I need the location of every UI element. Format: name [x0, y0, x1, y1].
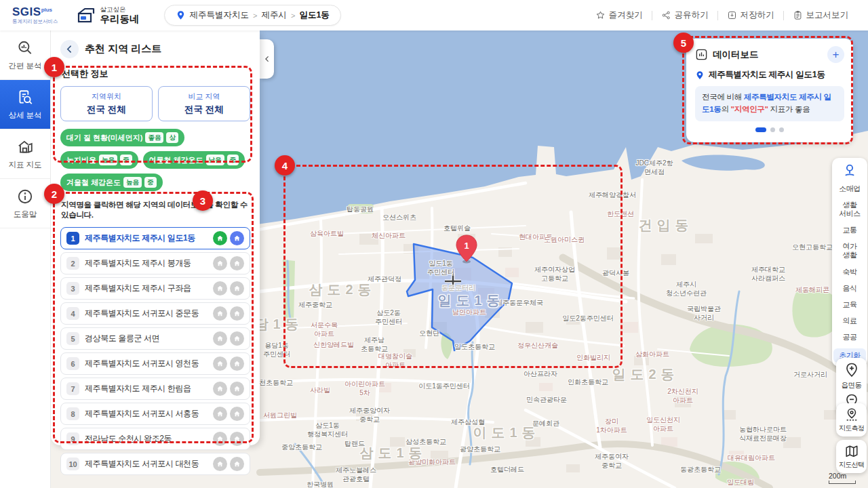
map-select-button[interactable]: 지도선택	[836, 440, 867, 473]
selected-info-heading: 선택한 정보	[62, 68, 250, 80]
poi-category-item[interactable]: 숙박	[839, 264, 861, 280]
panel-collapse-button[interactable]	[260, 39, 274, 79]
nav-help[interactable]: 도움말	[0, 179, 50, 228]
breadcrumb-sigungu[interactable]: 제주시	[261, 9, 287, 21]
share-button[interactable]: 공유하기	[652, 9, 717, 21]
favorite-button[interactable]: 즐겨찾기	[587, 9, 652, 21]
svg-text:1: 1	[464, 241, 469, 251]
region-location-box[interactable]: 지역위치 전국 전체	[60, 86, 153, 121]
region-list-item[interactable]: 4제주특별자치도 서귀포시 중문동	[60, 302, 250, 325]
detail-analysis-icon	[16, 89, 34, 106]
list-hint-text: 지역명을 클릭하면 해당 지역의 데이터보드를 확인할 수 있습니다.	[61, 200, 250, 220]
poi-pin-icon	[842, 163, 857, 178]
region-list-item[interactable]: 5경상북도 울릉군 서면	[60, 327, 250, 350]
left-navigation: 간편 분석 상세 분석 지표 지도 도움말	[0, 30, 51, 488]
report-button[interactable]: 보고서보기	[784, 9, 858, 21]
region-list-item[interactable]: 10제주특별자치도 서귀포시 대천동	[60, 453, 250, 475]
region-list-item[interactable]: 6제주특별자치도 서귀포시 영천동	[60, 352, 250, 375]
compare-home-button[interactable]	[230, 357, 244, 371]
databoard-icon	[695, 48, 708, 61]
condition-badge[interactable]: 대기 질 현황(미세먼지)좋음상	[60, 129, 184, 146]
star-icon	[595, 10, 606, 20]
pagination-dot[interactable]	[770, 127, 775, 132]
location-pin-icon	[695, 70, 705, 80]
poi-category-item[interactable]: 여가 생활	[839, 239, 861, 264]
download-icon	[727, 10, 737, 20]
pagination-dot[interactable]	[755, 127, 766, 132]
admin-level-label: 읍면동	[842, 380, 862, 392]
databoard-add-button[interactable]: +	[827, 46, 844, 63]
poi-category-list: 소매업생활 서비스교통여가 생활숙박음식교육의료공공	[839, 180, 861, 346]
region-home-button[interactable]	[213, 357, 227, 371]
compare-home-button[interactable]	[230, 256, 244, 270]
back-button[interactable]	[60, 40, 79, 58]
region-home-button[interactable]	[213, 281, 227, 296]
region-list: 1제주특별자치도 제주시 일도1동2제주특별자치도 제주시 봉개동3제주특별자치…	[60, 227, 250, 475]
region-list-item[interactable]: 1제주특별자치도 제주시 일도1동	[60, 227, 250, 249]
condition-badges: 대기 질 현황(미세먼지)좋음상녹지비율높음중여름철 체감온도낮음중겨울철 체감…	[60, 129, 250, 191]
condition-badge[interactable]: 녹지비율높음중	[60, 151, 138, 169]
poi-category-item[interactable]: 교통	[839, 222, 861, 239]
region-home-button[interactable]	[213, 407, 227, 421]
breadcrumb[interactable]: 제주특별자치도 > 제주시 > 일도1동	[164, 5, 341, 26]
region-list-item[interactable]: 3제주특별자치도 제주시 구좌읍	[60, 277, 250, 300]
pagination-dot[interactable]	[779, 127, 784, 132]
poi-category-item[interactable]: 음식	[839, 280, 861, 296]
compare-region-box[interactable]: 비교 지역 전국 전체	[158, 86, 250, 121]
region-list-item[interactable]: 2제주특별자치도 제주시 봉개동	[60, 252, 250, 274]
report-icon	[793, 10, 803, 20]
nav-detail-analysis[interactable]: 상세 분석	[0, 80, 50, 129]
region-home-button[interactable]	[213, 306, 227, 321]
house-logo-icon	[76, 7, 96, 24]
compare-home-button[interactable]	[230, 331, 244, 346]
app: 1 탑동공원오션스위츠호텔위슬삼육아트빌체신아파트현대아파트JDC제주2항 면세…	[0, 0, 868, 488]
panel-title: 추천 지역 리스트	[85, 43, 161, 56]
map-measure-button[interactable]: 지도측정	[836, 403, 867, 436]
compare-home-button[interactable]	[230, 457, 244, 471]
compare-home-button[interactable]	[230, 281, 244, 296]
region-home-button[interactable]	[213, 382, 227, 396]
breadcrumb-sido[interactable]: 제주특별자치도	[190, 9, 250, 21]
compare-home-button[interactable]	[230, 432, 244, 446]
share-icon	[661, 10, 671, 20]
service-logo[interactable]: 살고싶은 우리동네	[76, 6, 140, 25]
region-list-item[interactable]: 7제주특별자치도 제주시 한림읍	[60, 378, 250, 400]
nav-indicator-map[interactable]: 지표 지도	[0, 129, 50, 179]
header-actions: 즐겨찾기 공유하기 저장하기 보고서보기	[587, 9, 858, 21]
location-pin-icon	[176, 10, 186, 20]
condition-badge[interactable]: 겨울철 체감온도높음중	[60, 174, 163, 191]
databoard-pagination	[695, 127, 844, 132]
region-list-item[interactable]: 9전라남도 순천시 왕조2동	[60, 428, 250, 450]
sgis-logo[interactable]: SGISplus 통계지리정보서비스	[12, 6, 58, 24]
poi-category-item[interactable]: 생활 서비스	[839, 197, 861, 222]
help-icon	[16, 188, 34, 205]
region-home-button[interactable]	[213, 256, 227, 270]
region-home-button[interactable]	[213, 457, 227, 471]
region-home-button[interactable]	[213, 231, 227, 245]
chevron-left-icon	[264, 56, 271, 62]
chevron-left-icon	[65, 45, 74, 54]
map-scale: 200m	[829, 472, 856, 484]
top-header: SGISplus 통계지리정보서비스 살고싶은 우리동네 제주특별자치도 > 제…	[0, 0, 868, 30]
poi-category-item[interactable]: 교육	[839, 297, 861, 313]
recommend-panel: 추천 지역 리스트 선택한 정보 지역위치 전국 전체 비교 지역 전국 전체 …	[51, 30, 260, 445]
region-list-item[interactable]: 8제주특별자치도 서귀포시 서홍동	[60, 403, 250, 425]
poi-category-item[interactable]: 공공	[839, 329, 861, 346]
zoom-in-icon[interactable]	[844, 362, 860, 378]
region-home-button[interactable]	[213, 331, 227, 346]
breadcrumb-separator: >	[291, 12, 295, 20]
poi-category-item[interactable]: 의료	[839, 313, 861, 329]
region-home-button[interactable]	[213, 432, 227, 446]
condition-badge[interactable]: 여름철 체감온도낮음중	[143, 151, 245, 169]
compare-home-button[interactable]	[230, 306, 244, 321]
service-name-bottom: 우리동네	[100, 14, 140, 25]
poi-category-item[interactable]: 소매업	[839, 180, 861, 197]
measure-icon	[844, 407, 859, 422]
nav-simple-analysis[interactable]: 간편 분석	[0, 30, 50, 80]
compare-home-button[interactable]	[230, 231, 244, 245]
compare-home-button[interactable]	[230, 382, 244, 396]
breadcrumb-dong[interactable]: 일도1동	[299, 9, 329, 21]
compare-home-button[interactable]	[230, 407, 244, 421]
save-button[interactable]: 저장하기	[718, 9, 783, 21]
indicator-map-icon	[16, 138, 34, 156]
